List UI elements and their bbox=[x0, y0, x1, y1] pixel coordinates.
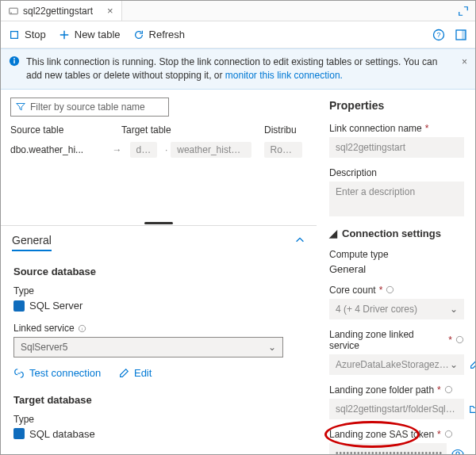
svg-point-1 bbox=[10, 12, 12, 13]
description-label: Description bbox=[329, 167, 464, 178]
link-connection-icon bbox=[9, 6, 18, 16]
lz-folder-label: Landing zone folder path * bbox=[329, 384, 464, 396]
panel-toggle-icon[interactable] bbox=[455, 29, 467, 41]
compute-type-label: Compute type bbox=[329, 249, 464, 260]
toolbar: Stop New table Refresh ? bbox=[1, 21, 475, 48]
svg-point-12 bbox=[387, 286, 393, 292]
linked-service-label: Linked service i bbox=[13, 323, 304, 334]
linked-service-dropdown[interactable]: SqlServer5 ⌄ bbox=[13, 337, 283, 358]
svg-point-9 bbox=[13, 58, 15, 59]
svg-rect-6 bbox=[462, 30, 466, 40]
banner-close-icon[interactable]: × bbox=[462, 55, 467, 82]
monitor-link[interactable]: monitor this link connection. bbox=[225, 70, 343, 81]
refresh-label: Refresh bbox=[149, 29, 186, 40]
info-icon bbox=[9, 55, 20, 82]
filter-icon bbox=[16, 102, 25, 112]
arrow-icon: → bbox=[113, 144, 122, 155]
general-header[interactable]: General bbox=[1, 225, 317, 250]
splitter-handle[interactable] bbox=[1, 222, 317, 225]
table-row[interactable]: dbo.weather_hi... → dbo · weather_histor… bbox=[1, 136, 317, 164]
plus-icon bbox=[59, 29, 70, 40]
stop-button[interactable]: Stop bbox=[9, 29, 46, 40]
svg-text:?: ? bbox=[436, 31, 440, 39]
edit-icon[interactable] bbox=[469, 359, 475, 370]
svg-point-13 bbox=[456, 336, 463, 342]
chevron-down-icon: ⌄ bbox=[450, 304, 458, 315]
source-type-value: SQL Server bbox=[29, 300, 83, 312]
info-icon[interactable] bbox=[455, 335, 464, 344]
tab-title: sql22gettingstart bbox=[23, 6, 93, 17]
svg-rect-2 bbox=[11, 31, 18, 38]
refresh-icon bbox=[133, 29, 144, 40]
close-icon[interactable]: × bbox=[107, 5, 113, 17]
linked-service-value: SqlServer5 bbox=[21, 342, 67, 353]
general-title: General bbox=[12, 234, 52, 247]
chevron-up-icon bbox=[294, 235, 305, 246]
lz-token-label: Landing zone SAS token * bbox=[329, 429, 464, 440]
svg-point-16 bbox=[456, 452, 459, 455]
svg-point-15 bbox=[445, 430, 451, 437]
tab-bar: sql22gettingstart × bbox=[1, 1, 475, 21]
chevron-down-icon: ⌄ bbox=[268, 342, 276, 353]
compute-type-value: General bbox=[329, 263, 464, 275]
tab-link-connection[interactable]: sql22gettingstart × bbox=[1, 1, 122, 21]
caret-down-icon: ◢ bbox=[329, 228, 337, 239]
svg-rect-8 bbox=[13, 60, 14, 63]
svg-text:i: i bbox=[82, 326, 83, 331]
properties-panel: Properties Link connection name * sql22g… bbox=[317, 90, 475, 455]
sql-database-icon bbox=[13, 428, 25, 439]
edit-button[interactable]: Edit bbox=[118, 367, 152, 379]
name-input[interactable]: sql22gettingstart bbox=[329, 137, 464, 158]
connection-settings-header[interactable]: ◢ Connection settings bbox=[329, 228, 464, 239]
distribution-value: Round bbox=[264, 142, 302, 158]
type-label-2: Type bbox=[13, 414, 304, 425]
new-table-button[interactable]: New table bbox=[59, 29, 121, 40]
table-header: Source table Target table Distribu bbox=[1, 124, 317, 136]
info-icon[interactable]: i bbox=[78, 324, 86, 333]
stop-icon bbox=[9, 29, 20, 40]
core-count-label: Core count * bbox=[329, 285, 464, 296]
target-type-value: SQL database bbox=[29, 428, 95, 440]
name-label: Link connection name * bbox=[329, 123, 464, 134]
chevron-down-icon: ⌄ bbox=[450, 359, 458, 370]
svg-point-14 bbox=[445, 386, 451, 392]
stop-label: Stop bbox=[25, 29, 46, 40]
filter-input[interactable]: Filter by source table name bbox=[10, 98, 169, 117]
test-connection-button[interactable]: Test connection bbox=[13, 367, 101, 379]
info-banner: This link connection is running. Stop th… bbox=[1, 48, 475, 90]
lz-folder-input[interactable]: sql22gettingstart/folderSql22gettin... bbox=[329, 399, 464, 419]
source-table-name: dbo.weather_hi... bbox=[10, 144, 83, 155]
refresh-button[interactable]: Refresh bbox=[133, 29, 186, 40]
source-db-heading: Source database bbox=[13, 266, 304, 277]
target-db-heading: Target database bbox=[13, 394, 304, 406]
lz-linked-dropdown[interactable]: AzureDataLakeStoragezcyev2sa⌄ bbox=[329, 354, 464, 375]
expand-icon[interactable] bbox=[458, 6, 469, 17]
sql-server-icon bbox=[13, 300, 25, 312]
col-distribution[interactable]: Distribu bbox=[264, 124, 307, 136]
sas-token-input[interactable]: •••••••••••••••••••••••••••••• bbox=[329, 443, 447, 455]
banner-text: This link connection is running. Stop th… bbox=[26, 55, 455, 82]
description-input[interactable]: Enter a description bbox=[329, 182, 464, 216]
core-count-dropdown[interactable]: 4 (+ 4 Driver cores)⌄ bbox=[329, 299, 464, 319]
info-icon[interactable] bbox=[444, 430, 453, 438]
target-schema: dbo bbox=[130, 142, 157, 158]
svg-rect-0 bbox=[10, 8, 18, 14]
properties-title: Properties bbox=[329, 99, 464, 112]
folder-icon[interactable] bbox=[469, 403, 475, 415]
info-icon[interactable] bbox=[386, 285, 394, 294]
help-icon[interactable]: ? bbox=[432, 29, 445, 41]
eye-icon[interactable] bbox=[451, 447, 464, 455]
target-table: weather_history... bbox=[171, 142, 251, 158]
lz-linked-label: Landing zone linked service * bbox=[329, 329, 464, 351]
new-table-label: New table bbox=[75, 29, 121, 40]
type-label: Type bbox=[13, 285, 304, 296]
info-icon[interactable] bbox=[444, 385, 453, 394]
filter-placeholder: Filter by source table name bbox=[30, 101, 145, 113]
col-target[interactable]: Target table bbox=[121, 124, 264, 136]
col-source[interactable]: Source table bbox=[10, 124, 121, 136]
